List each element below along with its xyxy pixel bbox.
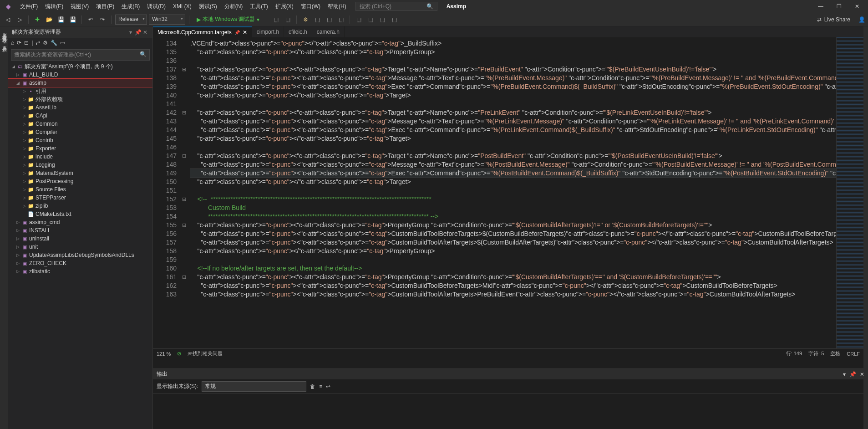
tree-node[interactable]: ▷📁PostProcessing <box>8 177 152 185</box>
collapse-icon[interactable]: ⊟ <box>24 40 29 46</box>
tree-node[interactable]: ▷▣INSTALL <box>8 226 152 235</box>
tree-node[interactable]: ▷📁Logging <box>8 161 152 169</box>
toolbox-tab[interactable]: 工具箱 <box>0 40 8 48</box>
menu-item[interactable]: 扩展(X) <box>272 0 297 13</box>
close-icon[interactable]: ✕ <box>142 29 149 36</box>
tree-node[interactable]: ▷▣uninstall <box>8 235 152 243</box>
editor-tab[interactable]: camera.h <box>312 26 345 37</box>
close-button[interactable]: ✕ <box>848 0 866 13</box>
tree-node[interactable]: ▷▣zlibstatic <box>8 267 152 276</box>
pin-icon[interactable]: 📌 <box>134 29 142 36</box>
output-source-dropdown[interactable]: 常规 <box>202 381 306 392</box>
tree-node[interactable]: ◢▣assimp <box>8 79 152 87</box>
tree-node[interactable]: ▷▣ALL_BUILD <box>8 71 152 79</box>
tree-node[interactable]: ▷📁Compiler <box>8 128 152 136</box>
platform-dropdown[interactable]: Win32 <box>149 15 185 25</box>
tool-icon[interactable]: ⚙ <box>43 40 48 46</box>
tree-node[interactable]: ▷📁STEPParser <box>8 194 152 202</box>
undo-button[interactable]: ↶ <box>86 15 96 25</box>
redo-button[interactable]: ↷ <box>97 15 107 25</box>
code-editor[interactable]: .VCEnd"c-attr">class"c-punc">="c-punc"><… <box>188 37 836 348</box>
tree-node[interactable]: ▷📁Common <box>8 120 152 128</box>
menu-item[interactable]: 生成(B) <box>118 0 143 13</box>
new-button[interactable]: ✚ <box>32 15 42 25</box>
menu-item[interactable]: 文件(F) <box>16 0 41 13</box>
menu-item[interactable]: 分析(N) <box>221 0 247 13</box>
tree-node[interactable]: ▷📁MaterialSystem <box>8 169 152 177</box>
tool-icon[interactable]: ⬚ <box>365 15 376 25</box>
toggle-icon[interactable]: ≡ <box>319 383 322 390</box>
tool-icon[interactable]: ⬚ <box>312 15 322 25</box>
panel-menu-icon[interactable]: ▾ <box>127 29 134 36</box>
menu-item[interactable]: 编辑(E) <box>41 0 67 13</box>
tool-icon[interactable]: ⬚ <box>283 15 293 25</box>
tree-node[interactable]: ▷▣UpdateAssimpLibsDebugSymbolsAndDLLs <box>8 251 152 259</box>
tree-node[interactable]: ▷📁ziplib <box>8 202 152 210</box>
account-icon[interactable]: 👤 <box>858 16 865 23</box>
liveshare-button[interactable]: Live Share <box>824 16 850 23</box>
menu-item[interactable]: 窗口(W) <box>297 0 324 13</box>
menu-item[interactable]: XML(X) <box>169 0 195 13</box>
menu-item[interactable]: 测试(S) <box>195 0 221 13</box>
minimize-button[interactable]: — <box>812 0 830 13</box>
tree-node[interactable]: ▷📁Exporter <box>8 144 152 153</box>
switch-view-icon[interactable]: ▭ <box>60 40 65 46</box>
tool-icon[interactable]: ⬚ <box>271 15 281 25</box>
tool-icon[interactable]: ⬚ <box>389 15 399 25</box>
forward-button[interactable]: ▷ <box>15 15 25 25</box>
tree-node[interactable]: ▷📁Source Files <box>8 185 152 194</box>
home-icon[interactable]: ⌂ <box>11 40 14 46</box>
panel-menu-icon[interactable]: ▾ <box>843 371 846 378</box>
clear-icon[interactable]: 🗑 <box>310 383 315 390</box>
editor-tab[interactable]: Microsoft.CppCommon.targets📌✕ <box>153 26 252 37</box>
editor-tab[interactable]: cimport.h <box>252 26 284 37</box>
menu-item[interactable]: 工具(T) <box>246 0 271 13</box>
output-body[interactable] <box>153 394 868 429</box>
tree-node[interactable]: 📄CMakeLists.txt <box>8 210 152 218</box>
menu-item[interactable]: 项目(P) <box>92 0 118 13</box>
menu-item[interactable]: 帮助(H) <box>324 0 350 13</box>
minimap[interactable] <box>836 37 863 348</box>
refresh-icon[interactable]: ⟳ <box>17 40 21 46</box>
menu-item[interactable]: 视图(V) <box>67 0 92 13</box>
sync-icon[interactable]: ⇄ <box>36 40 40 46</box>
tree-node[interactable]: ▷📁AssetLib <box>8 103 152 112</box>
solution-explorer: 解决方案资源管理器 ▾ 📌 ✕ ⌂ ⟳ ⊟ | ⇄ ⚙ 🔧 ▭ 搜索解决方案资源… <box>8 26 153 429</box>
tool-icon[interactable]: ⬚ <box>354 15 364 25</box>
tree-node[interactable]: ▷📁include <box>8 153 152 161</box>
maximize-button[interactable]: ❐ <box>830 0 848 13</box>
line-indicator[interactable]: 行: 149 <box>786 350 802 357</box>
solution-node[interactable]: ◢🗂 解决方案"Assimp"(9 个项目, 共 9 个) <box>8 62 152 71</box>
config-dropdown[interactable]: Release <box>115 15 147 25</box>
tool-icon[interactable]: ⬚ <box>324 15 334 25</box>
zoom-level[interactable]: 121 % <box>157 351 171 357</box>
tree-node[interactable]: ▷▣ZERO_CHECK <box>8 259 152 267</box>
explorer-search[interactable]: 搜索解决方案资源管理器(Ctrl+;) 🔍 <box>11 49 150 61</box>
tree-node[interactable]: ▷▣assimp_cmd <box>8 218 152 226</box>
editor-tab[interactable]: cfileio.h <box>284 26 312 37</box>
tree-node[interactable]: ▷📁CApi <box>8 112 152 120</box>
save-all-button[interactable]: 💾 <box>68 15 78 25</box>
wrap-icon[interactable]: ↩ <box>326 383 330 390</box>
tool-icon[interactable]: ⬚ <box>336 15 346 25</box>
tree-node[interactable]: ▷▣unit <box>8 243 152 251</box>
pin-icon[interactable]: 📌 <box>849 371 856 378</box>
tool-icon[interactable]: ⬚ <box>377 15 387 25</box>
tree-node[interactable]: ▷▪引用 <box>8 87 152 95</box>
tool-icon[interactable]: ⚙ <box>300 15 310 25</box>
start-debug-button[interactable]: ▶ 本地 Windows 调试器 ▾ <box>193 15 263 25</box>
menubar: ◆ 文件(F)编辑(E)视图(V)项目(P)生成(B)调试(D)XML(X)测试… <box>0 0 868 13</box>
save-button[interactable]: 💾 <box>56 15 66 25</box>
server-explorer-tab[interactable]: 服务器资源管理器 <box>0 26 8 40</box>
issues-label[interactable]: 未找到相关问题 <box>188 350 223 357</box>
wrench-icon[interactable]: 🔧 <box>51 40 57 46</box>
menu-item[interactable]: 调试(D) <box>143 0 169 13</box>
tree-node[interactable]: ▷📁外部依赖项 <box>8 95 152 103</box>
quick-search[interactable]: 搜索 (Ctrl+Q) 🔍 <box>355 2 437 11</box>
open-button[interactable]: 📂 <box>44 15 54 25</box>
back-button[interactable]: ◁ <box>3 15 13 25</box>
encoding-indicator[interactable]: CRLF <box>847 351 860 357</box>
indent-indicator[interactable]: 空格 <box>830 350 840 357</box>
tree-node[interactable]: ▷📁Contrib <box>8 136 152 144</box>
col-indicator[interactable]: 字符: 5 <box>808 350 824 357</box>
